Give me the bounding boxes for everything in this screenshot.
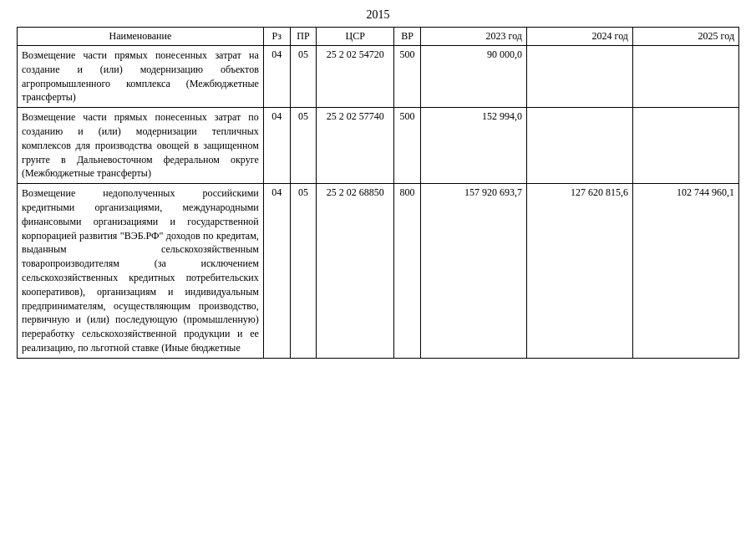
cell-2024 xyxy=(526,46,632,108)
cell-rz: 04 xyxy=(263,108,290,184)
table-row: Возмещение части прямых понесенных затра… xyxy=(18,108,739,184)
cell-rz: 04 xyxy=(263,46,290,108)
cell-pr: 05 xyxy=(290,46,317,108)
col-header-2025: 2025 год xyxy=(632,28,738,46)
cell-2025 xyxy=(632,108,738,184)
cell-rz: 04 xyxy=(263,184,290,359)
cell-2024 xyxy=(526,108,632,184)
cell-name: Возмещение недополученных российскими кр… xyxy=(18,184,264,359)
cell-2023: 152 994,0 xyxy=(420,108,526,184)
page-container: 2015 Наименование Рз ПР xyxy=(0,0,756,367)
cell-pr: 05 xyxy=(290,108,317,184)
year-label: 2015 xyxy=(367,8,390,21)
col-header-csr: ЦСР xyxy=(317,28,394,46)
cell-csr: 25 2 02 68850 xyxy=(317,184,394,359)
col-header-name: Наименование xyxy=(18,28,264,46)
cell-2025 xyxy=(632,46,738,108)
cell-2025: 102 744 960,1 xyxy=(632,184,738,359)
cell-2023: 90 000,0 xyxy=(420,46,526,108)
cell-pr: 05 xyxy=(290,184,317,359)
col-header-rz: Рз xyxy=(263,28,290,46)
col-header-2023: 2023 год xyxy=(420,28,526,46)
cell-vr: 500 xyxy=(394,46,421,108)
cell-vr: 500 xyxy=(394,108,421,184)
table-row: Возмещение недополученных российскими кр… xyxy=(18,184,739,359)
cell-2024: 127 620 815,6 xyxy=(526,184,632,359)
year-header: 2015 xyxy=(17,8,739,22)
budget-table: Наименование Рз ПР ЦСР ВР 2023 год xyxy=(17,27,739,359)
cell-name: Возмещение части прямых понесенных затра… xyxy=(18,108,264,184)
cell-2023: 157 920 693,7 xyxy=(420,184,526,359)
cell-vr: 800 xyxy=(394,184,421,359)
col-header-vr: ВР xyxy=(394,28,421,46)
col-header-pr: ПР xyxy=(290,28,317,46)
table-row: Возмещение части прямых понесенных затра… xyxy=(18,46,739,108)
col-header-2024: 2024 год xyxy=(526,28,632,46)
cell-csr: 25 2 02 54720 xyxy=(317,46,394,108)
cell-name: Возмещение части прямых понесенных затра… xyxy=(18,46,264,108)
cell-csr: 25 2 02 57740 xyxy=(317,108,394,184)
